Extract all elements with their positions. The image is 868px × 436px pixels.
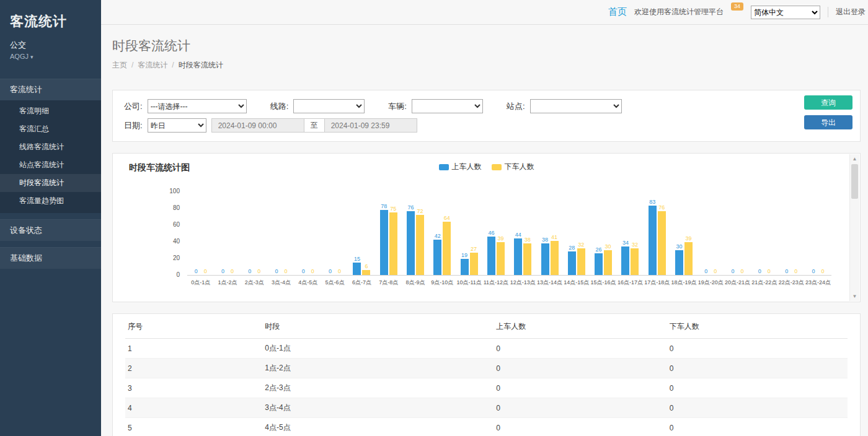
bar[interactable] [658,211,666,275]
bar-column: 44 [514,232,522,275]
bar[interactable] [631,248,639,275]
bar[interactable] [461,259,469,275]
home-link[interactable]: 首页 [608,6,627,18]
vehicle-select[interactable] [412,99,483,113]
bar-value-label: 19 [461,252,467,258]
bar-column: 38 [523,237,531,275]
x-axis-label: 9点-10点 [431,279,453,287]
bar-value-label: 83 [649,199,655,205]
line-filter: 线路: [270,99,365,113]
bar[interactable] [353,263,361,275]
station-select[interactable] [530,99,622,113]
chart-scrollbar[interactable]: ▲ ▼ [849,154,859,301]
user-menu[interactable]: AQGJ▾ [10,53,91,60]
bar-value-label: 27 [471,246,477,252]
station-label: 站点: [507,101,525,112]
bar-column: 0 [792,268,800,275]
export-button[interactable]: 导出 [804,115,852,129]
y-axis-tick-label: 80 [173,204,180,211]
bar-value-label: 0 [714,268,717,274]
table-cell: 5 [125,418,262,436]
bar-pair: 00 [729,268,746,275]
bar-value-label: 0 [302,268,305,274]
sidebar-item[interactable]: 客流量趋势图 [0,192,101,210]
company-select[interactable]: ---请选择--- [148,99,247,113]
bar[interactable] [577,248,585,275]
bar-column: 30 [604,243,612,276]
sidebar-section[interactable]: 客流统计 [0,79,101,100]
table-header-cell: 上车人数 [494,315,667,339]
bar[interactable] [380,210,388,275]
sidebar-item[interactable]: 时段客流统计 [0,174,101,192]
line-select[interactable] [293,99,365,113]
scroll-up-icon[interactable]: ▲ [850,156,859,162]
main-column: 首页 欢迎使用客流统计管理平台 34 简体中文 退出登录 时段客流统计 主页/客… [101,0,868,436]
bar-value-label: 32 [578,242,584,248]
sidebar-section[interactable]: 基础数据 [0,247,101,269]
bar[interactable] [523,243,531,275]
end-date-input[interactable] [324,118,417,133]
search-button[interactable]: 查询 [804,95,852,110]
chart-header: 时段车流统计图 上车人数下车人数 [113,154,860,175]
chart-category-group: 192710点-11点 [456,192,482,275]
sidebar-item[interactable]: 客流明细 [0,102,101,120]
bar-value-label: 0 [285,268,288,274]
x-axis-label: 6点-7点 [352,279,371,287]
bar[interactable] [433,240,441,275]
bar-value-label: 0 [768,268,771,274]
chart-category-group: 463911点-12点 [482,192,509,275]
date-preset-select[interactable]: 昨日 [148,118,206,133]
legend-item[interactable]: 上车人数 [439,162,482,172]
app-title: 客流统计 [0,0,101,35]
breadcrumb-item[interactable]: 主页 [112,61,127,69]
sidebar-item[interactable]: 站点客流统计 [0,156,101,174]
scrollbar-thumb[interactable] [851,164,858,199]
legend-label: 上车人数 [452,162,482,172]
bar[interactable] [551,241,559,275]
bar[interactable] [389,212,397,275]
bar-value-label: 0 [204,268,207,274]
legend-item[interactable]: 下车人数 [492,162,534,172]
bar[interactable] [362,270,370,275]
bar-column: 0 [255,268,263,275]
bar[interactable] [416,215,424,275]
bar[interactable] [407,211,415,275]
sidebar-item[interactable]: 客流汇总 [0,120,101,138]
sidebar-section[interactable]: 设备状态 [0,219,101,241]
bar-value-label: 32 [632,242,638,248]
bar[interactable] [595,253,603,275]
bar[interactable] [621,246,629,275]
bar-value-label: 39 [685,235,691,242]
bar[interactable] [541,243,549,275]
bar[interactable] [604,250,612,276]
bar[interactable] [675,250,683,276]
legend-swatch-icon [439,164,449,170]
filter-row-1: 公司: ---请选择--- 线路: 车辆: 站点: [124,97,849,115]
logout-link[interactable]: 退出登录 [828,7,866,17]
user-name: AQGJ [10,53,29,60]
bar-column: 46 [487,230,495,275]
notification-badge[interactable]: 34 [731,2,743,11]
sidebar-item[interactable]: 线路客流统计 [0,138,101,156]
scroll-down-icon[interactable]: ▼ [850,294,859,299]
start-date-input[interactable] [211,118,304,133]
chart-category-group: 004点-5点 [294,192,321,275]
bar-column: 42 [433,233,441,275]
breadcrumb-separator: / [131,61,133,69]
bar[interactable] [487,237,495,275]
bar[interactable] [649,206,657,275]
bar[interactable] [684,242,693,275]
org-label: 公交 [10,40,91,51]
chart-category-group: 0021点-22点 [751,192,777,275]
chart-category-group: 1566点-7点 [348,192,375,275]
sidebar-menu: 客流统计客流明细客流汇总线路客流统计站点客流统计时段客流统计客流量趋势图设备状态… [0,79,101,269]
bar[interactable] [443,222,451,275]
breadcrumb-item[interactable]: 客流统计 [138,61,167,69]
bar-column: 76 [658,204,666,275]
bar[interactable] [514,238,522,275]
bar[interactable] [568,251,576,275]
bar[interactable] [497,242,505,275]
bar[interactable] [470,253,478,275]
language-select[interactable]: 简体中文 [751,6,820,19]
bar-pair: 00 [299,268,317,275]
